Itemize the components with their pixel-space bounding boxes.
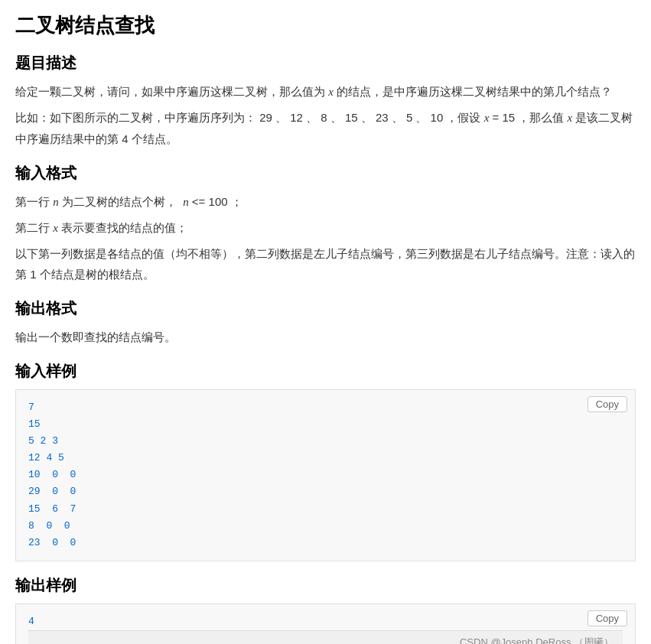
section-heading-output-sample: 输出样例 bbox=[15, 575, 636, 596]
section-heading-description: 题目描述 bbox=[15, 53, 636, 73]
copy-output-button[interactable]: Copy bbox=[588, 610, 627, 626]
input-format-para-2: 第二行 x 表示要查找的结点的值； bbox=[15, 217, 636, 239]
output-sample-block: Copy 4 CSDN @Joseph DeRoss （周曦） bbox=[15, 603, 636, 644]
copy-input-button[interactable]: Copy bbox=[588, 396, 627, 412]
input-sample-block: Copy 7 15 5 2 3 12 4 5 10 0 0 29 0 0 15 … bbox=[15, 389, 636, 561]
section-heading-output-format: 输出格式 bbox=[15, 298, 636, 319]
output-format-para-1: 输出一个数即查找的结点编号。 bbox=[15, 327, 636, 347]
output-sample-code: 4 bbox=[28, 613, 623, 630]
section-heading-input-sample: 输入样例 bbox=[15, 361, 636, 382]
section-heading-input-format: 输入格式 bbox=[15, 163, 636, 184]
input-sample-code: 7 15 5 2 3 12 4 5 10 0 0 29 0 0 15 6 7 8… bbox=[28, 399, 623, 551]
footer: CSDN @Joseph DeRoss （周曦） bbox=[28, 630, 623, 644]
input-format-para-3: 以下第一列数据是各结点的值（均不相等），第二列数据是左儿子结点编号，第三列数据是… bbox=[15, 243, 636, 285]
description-para-2: 比如：如下图所示的二叉树，中序遍历序列为： 29 、 12 、 8 、 15 、… bbox=[15, 107, 636, 149]
page-title: 二叉树结点查找 bbox=[15, 12, 636, 39]
description-para-1: 给定一颗二叉树，请问，如果中序遍历这棵二叉树，那么值为 x 的结点，是中序遍历这… bbox=[15, 81, 636, 102]
input-format-para-1: 第一行 n 为二叉树的结点个树， n <= 100 ； bbox=[15, 191, 636, 213]
